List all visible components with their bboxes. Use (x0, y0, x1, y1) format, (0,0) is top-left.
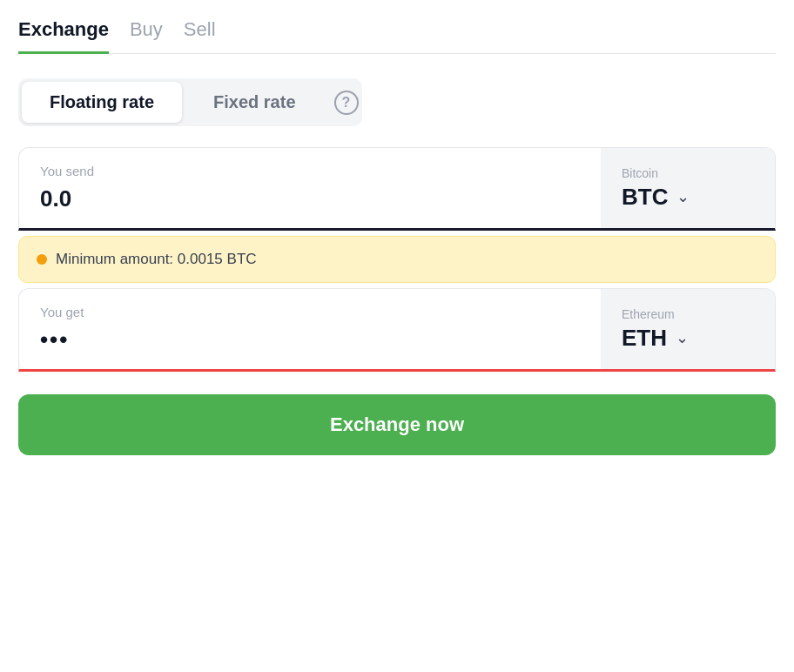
minimum-amount-warning: Minimum amount: 0.0015 BTC (18, 236, 776, 283)
get-chevron-icon: ⌄ (676, 328, 689, 347)
tabs: Exchange Buy Sell (18, 17, 776, 54)
send-panel-left: You send 0.0 (19, 148, 601, 228)
tab-exchange[interactable]: Exchange (18, 18, 109, 54)
help-icon[interactable]: ? (334, 91, 359, 115)
get-panel-left: You get ••• (19, 289, 601, 369)
get-value: ••• (40, 326, 580, 353)
send-panel: You send 0.0 Bitcoin BTC ⌄ (18, 147, 776, 231)
send-label: You send (40, 164, 580, 178)
send-currency-selector[interactable]: Bitcoin BTC ⌄ (601, 148, 775, 228)
exchange-widget: Exchange Buy Sell Floating rate Fixed ra… (18, 17, 776, 455)
send-chevron-icon: ⌄ (676, 187, 690, 206)
get-currency-selector[interactable]: Ethereum ETH ⌄ (601, 289, 775, 369)
exchange-now-button[interactable]: Exchange now (18, 394, 776, 455)
get-currency-code: ETH (622, 325, 667, 352)
tab-buy[interactable]: Buy (130, 18, 163, 54)
fixed-rate-button[interactable]: Fixed rate (185, 82, 323, 123)
send-currency-name: Bitcoin (622, 166, 658, 180)
floating-rate-button[interactable]: Floating rate (22, 82, 182, 123)
rate-toggle: Floating rate Fixed rate ? (18, 78, 362, 126)
tab-sell[interactable]: Sell (184, 18, 216, 54)
send-currency-code: BTC (622, 184, 668, 211)
send-currency-row: BTC ⌄ (622, 184, 690, 211)
send-value[interactable]: 0.0 (40, 185, 580, 212)
get-label: You get (40, 305, 580, 319)
get-panel: You get ••• Ethereum ETH ⌄ (18, 288, 776, 372)
warning-dot-icon (37, 254, 47, 265)
warning-text: Minimum amount: 0.0015 BTC (56, 251, 257, 268)
get-currency-name: Ethereum (622, 307, 675, 321)
get-currency-row: ETH ⌄ (622, 325, 689, 352)
